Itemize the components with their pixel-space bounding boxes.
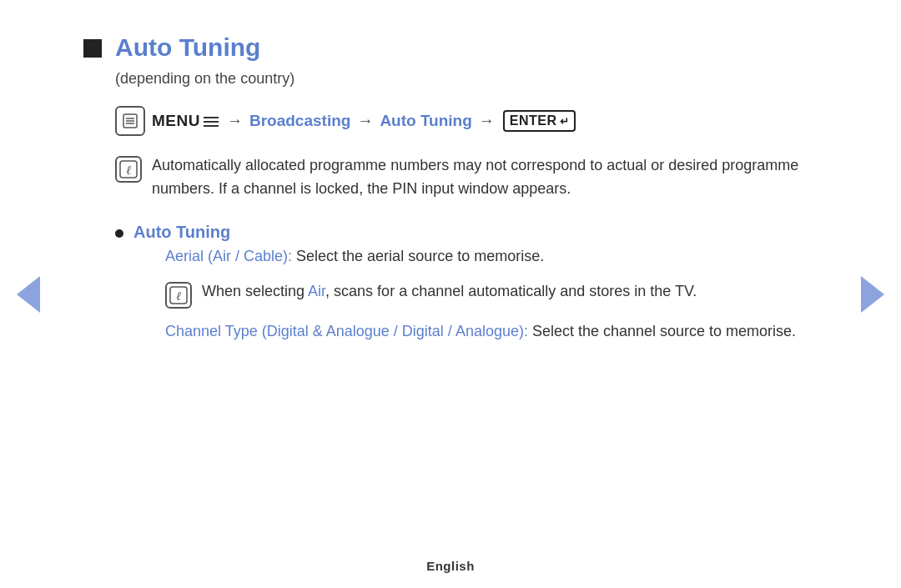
channel-type-item: Channel Type (Digital & Analogue / Digit… <box>165 320 801 344</box>
arrow-sep-3: → <box>479 112 495 130</box>
section-title-row: Auto Tuning <box>83 33 801 62</box>
menu-text: MENU <box>152 112 200 130</box>
menu-path-row: MENU ​ → Broadcasting → Auto Tuning → EN… <box>115 106 801 136</box>
arrow-sep-2: → <box>357 112 373 130</box>
page-container: Auto Tuning (depending on the country) M… <box>0 0 901 588</box>
auto-tuning-link: Auto Tuning <box>380 112 471 130</box>
note-icon-1: ℓ <box>115 156 142 183</box>
bullet-dot <box>115 229 123 238</box>
note2-plain-1: When selecting <box>202 283 308 299</box>
aerial-label-blue: Aerial (Air / Cable): <box>165 248 292 264</box>
aerial-item-text: Aerial (Air / Cable): Select the aerial … <box>165 248 544 264</box>
nav-arrow-right[interactable] <box>861 276 884 313</box>
note-icon-2: ℓ <box>165 282 192 309</box>
channel-type-plain: Select the channel source to memorise. <box>528 323 796 339</box>
subtitle: (depending on the country) <box>115 70 801 88</box>
svg-text:ℓ: ℓ <box>126 163 131 177</box>
svg-text:ℓ: ℓ <box>176 289 181 303</box>
channel-type-blue: Channel Type (Digital & Analogue / Digit… <box>165 323 528 339</box>
menu-symbol: ​ <box>200 112 220 130</box>
menu-icon <box>115 106 145 136</box>
footer-language: English <box>426 559 475 573</box>
note-block-1: ℓ Automatically allocated programme numb… <box>115 154 801 201</box>
content-area: Auto Tuning (depending on the country) M… <box>0 0 901 547</box>
section-title: Auto Tuning <box>115 33 260 62</box>
note-block-2: ℓ When selecting Air, scans for a channe… <box>165 280 801 309</box>
note1-text: Automatically allocated programme number… <box>152 154 801 201</box>
note2-text: When selecting Air, scans for a channel … <box>202 280 697 304</box>
bullet-item: Auto Tuning <box>115 223 801 242</box>
bullet-section: Auto Tuning Aerial (Air / Cable): Select… <box>115 223 801 344</box>
enter-key: ENTER↵ <box>503 110 576 132</box>
black-square-icon <box>83 39 102 58</box>
bullet-label: Auto Tuning <box>133 223 230 242</box>
note2-rest: , scans for a channel automatically and … <box>325 283 697 299</box>
nav-arrow-left[interactable] <box>17 276 40 313</box>
aerial-label-plain: Select the aerial source to memorise. <box>292 248 544 264</box>
footer: English <box>0 547 901 588</box>
aerial-item: Aerial (Air / Cable): Select the aerial … <box>165 245 801 269</box>
sub-items: Aerial (Air / Cable): Select the aerial … <box>165 245 801 344</box>
note2-air-blue: Air <box>308 283 325 299</box>
arrow-sep-1: → <box>227 112 243 130</box>
broadcasting-link: Broadcasting <box>249 112 350 130</box>
